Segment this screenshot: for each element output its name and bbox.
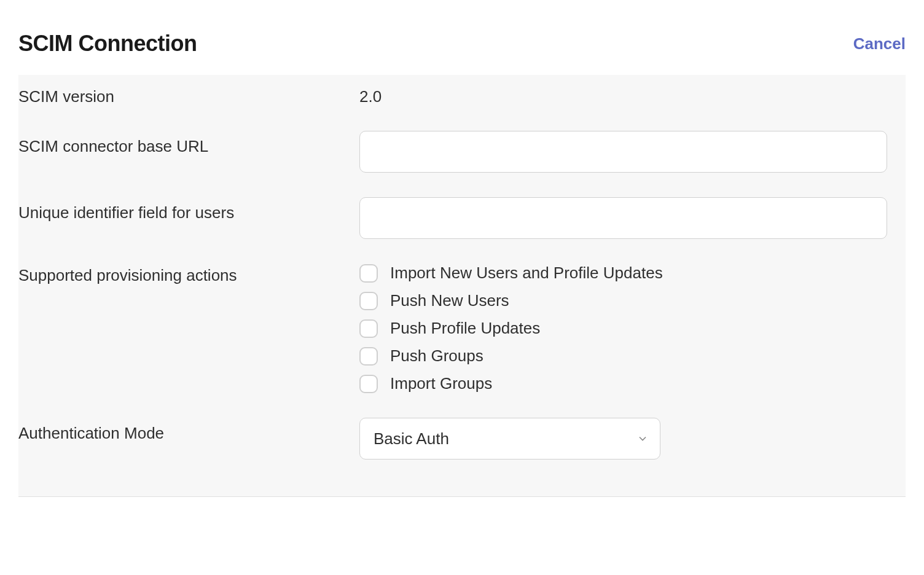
provisioning-item: Push Profile Updates bbox=[359, 319, 887, 338]
input-unique-id[interactable] bbox=[359, 197, 887, 239]
checkbox-push-groups[interactable] bbox=[359, 347, 378, 366]
provisioning-item: Push Groups bbox=[359, 346, 887, 366]
row-unique-id: Unique identifier field for users bbox=[18, 185, 906, 251]
row-base-url: SCIM connector base URL bbox=[18, 119, 906, 185]
row-provisioning: Supported provisioning actions Import Ne… bbox=[18, 251, 906, 405]
label-base-url: SCIM connector base URL bbox=[18, 131, 359, 156]
provisioning-item: Import Groups bbox=[359, 374, 887, 393]
checkbox-import-users[interactable] bbox=[359, 264, 378, 283]
checkbox-label: Push New Users bbox=[390, 291, 509, 310]
checkbox-label: Push Groups bbox=[390, 346, 484, 366]
label-scim-version: SCIM version bbox=[18, 87, 359, 106]
checkbox-label: Import New Users and Profile Updates bbox=[390, 264, 663, 283]
checkbox-label: Import Groups bbox=[390, 374, 492, 393]
cancel-button[interactable]: Cancel bbox=[853, 34, 906, 53]
row-auth-mode: Authentication Mode Basic Auth bbox=[18, 405, 906, 472]
provisioning-item: Import New Users and Profile Updates bbox=[359, 264, 887, 283]
checkbox-push-new-users[interactable] bbox=[359, 292, 378, 310]
input-base-url[interactable] bbox=[359, 131, 887, 173]
value-scim-version: 2.0 bbox=[359, 87, 887, 106]
label-provisioning: Supported provisioning actions bbox=[18, 264, 359, 285]
chevron-down-icon bbox=[639, 436, 646, 441]
checkbox-import-groups[interactable] bbox=[359, 375, 378, 393]
select-auth-mode[interactable]: Basic Auth bbox=[359, 418, 660, 460]
provisioning-item: Push New Users bbox=[359, 291, 887, 310]
checkbox-push-profile-updates[interactable] bbox=[359, 319, 378, 338]
page-title: SCIM Connection bbox=[18, 31, 197, 57]
provisioning-list: Import New Users and Profile Updates Pus… bbox=[359, 264, 887, 393]
page-header: SCIM Connection Cancel bbox=[0, 0, 924, 75]
label-auth-mode: Authentication Mode bbox=[18, 418, 359, 443]
select-auth-mode-value: Basic Auth bbox=[374, 429, 449, 448]
label-unique-id: Unique identifier field for users bbox=[18, 197, 359, 222]
form-container: SCIM version 2.0 SCIM connector base URL… bbox=[18, 75, 906, 497]
row-scim-version: SCIM version 2.0 bbox=[18, 81, 906, 119]
checkbox-label: Push Profile Updates bbox=[390, 319, 540, 338]
